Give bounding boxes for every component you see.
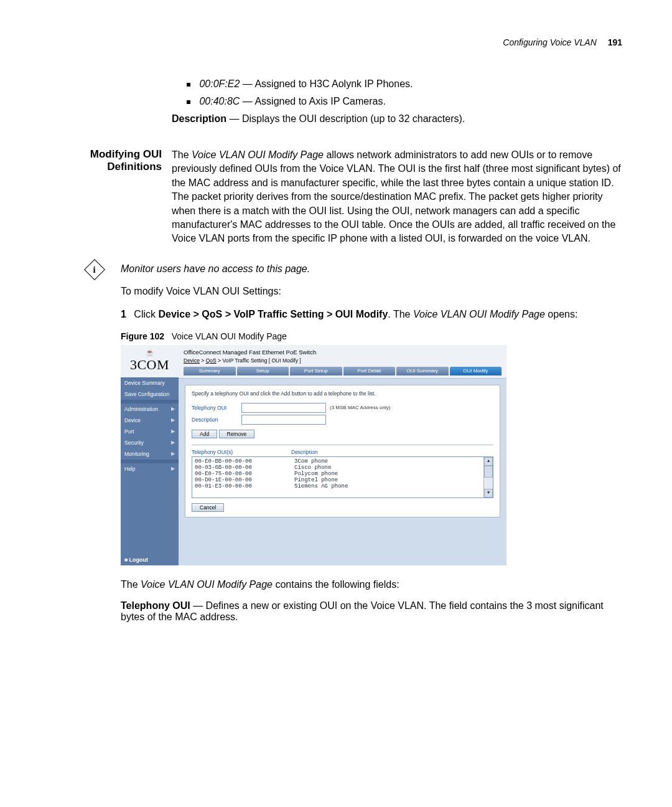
sidebar: ☕ 3COM Device Summary Save Configuration…	[121, 345, 179, 565]
para-pre: The	[121, 579, 141, 590]
page-ref: Voice VLAN OUI Modify Page	[413, 309, 545, 319]
listbox-col-oui: 00-E0-BB-00-00-00 00-03-6B-00-00-00 00-E…	[192, 457, 292, 498]
remove-button[interactable]: Remove	[219, 430, 255, 438]
field-desc: — Displays the OUI description (up to 32…	[229, 113, 465, 124]
crumb-link[interactable]: Device	[184, 357, 200, 364]
col-desc: Description	[291, 449, 318, 455]
sidebar-item-monitoring[interactable]: Monitoring▶	[121, 448, 179, 460]
oui-text: — Assigned to H3C Aolynk IP Phones.	[243, 78, 413, 89]
chevron-right-icon: ▶	[171, 451, 175, 456]
list-item[interactable]: Siemens AG phone	[294, 483, 490, 489]
info-note-row: i Monitor users have no access to this p…	[50, 262, 622, 630]
scroll-thumb[interactable]	[484, 466, 493, 478]
list-item[interactable]: 00-01-E3-00-00-00	[195, 483, 289, 489]
field-name: Description	[172, 113, 226, 124]
chevron-right-icon: ▶	[171, 417, 175, 423]
list-item: Description — Displays the OUI descripti…	[172, 113, 622, 125]
logout-button[interactable]: ⎆ Logout	[124, 557, 148, 563]
page-header: Configuring Voice VLAN 191	[50, 37, 622, 47]
list-item[interactable]: Polycom phone	[294, 471, 490, 477]
tab-port-setup[interactable]: Port Setup	[290, 367, 342, 375]
list-item[interactable]: 00-E0-BB-00-00-00	[195, 458, 289, 465]
list-item[interactable]: 00-03-6B-00-00-00	[195, 465, 289, 471]
logo-text: 3COM	[130, 357, 169, 373]
body-paragraph: The Voice VLAN OUI Modify Page contains …	[121, 578, 622, 592]
oui-text: — Assigned to Axis IP Cameras.	[243, 96, 386, 106]
instruction-text: Specify a telephony OUI and click the Ad…	[192, 390, 493, 397]
step-mid: . The	[388, 309, 413, 319]
cancel-button[interactable]: Cancel	[192, 503, 224, 512]
step-post: opens:	[545, 309, 577, 319]
crumb-link[interactable]: QoS	[206, 357, 217, 364]
list-item: Telephony OUI — Defines a new or existin…	[121, 600, 622, 623]
list-item[interactable]: 3Com phone	[294, 458, 490, 465]
scroll-track[interactable]	[484, 478, 493, 489]
figure-number: Figure 102	[121, 331, 164, 341]
list-item[interactable]: Cisco phone	[294, 465, 490, 471]
chevron-right-icon: ▶	[171, 428, 175, 434]
para-text-run: The	[172, 149, 192, 160]
sidebar-item-port[interactable]: Port▶	[121, 426, 179, 437]
main-panel: OfficeConnect Managed Fast Ethernet PoE …	[179, 345, 506, 565]
panel-body: Specify a telephony OUI and click the Ad…	[179, 378, 506, 565]
info-icon: i	[84, 259, 105, 280]
list-item: 00:0F:E2 — Assigned to H3C Aolynk IP Pho…	[187, 78, 622, 90]
body-paragraph: To modify Voice VLAN OUI Settings:	[121, 285, 622, 298]
scrollbar[interactable]: ▲ ▼	[483, 457, 493, 498]
list-item[interactable]: Pingtel phone	[294, 477, 490, 483]
sidebar-item-save[interactable]: Save Configuration	[121, 389, 179, 400]
field-desc: — Defines a new or existing OUI on the V…	[121, 600, 604, 622]
telephony-oui-input[interactable]	[241, 403, 326, 413]
oui-input-note: (3 MSB MAC Address only)	[330, 405, 390, 410]
spacer	[50, 78, 172, 131]
listbox-col-desc: 3Com phone Cisco phone Polycom phone Pin…	[292, 457, 493, 498]
sidebar-item-security[interactable]: Security▶	[121, 437, 179, 448]
tab-oui-modify[interactable]: OUI Modify	[450, 367, 502, 375]
oui-code: 00:0F:E2	[199, 78, 240, 89]
scroll-down-icon[interactable]: ▼	[484, 489, 493, 498]
menu-path: Device > QoS > VoIP Traffic Setting > OU…	[158, 309, 388, 319]
logo: ☕ 3COM	[121, 345, 179, 377]
telephony-oui-label: Telephony OUI	[192, 405, 241, 411]
figure-caption: Figure 102 Voice VLAN OUI Modify Page	[121, 331, 622, 341]
bullet-icon	[187, 100, 190, 104]
description-input[interactable]	[241, 415, 326, 425]
tab-row: Summary Setup Port Setup Port Detail OUI…	[179, 367, 506, 378]
sidebar-item-summary[interactable]: Device Summary	[121, 377, 179, 389]
oui-list: 00:0F:E2 — Assigned to H3C Aolynk IP Pho…	[187, 78, 622, 107]
scroll-up-icon[interactable]: ▲	[484, 457, 493, 466]
chevron-right-icon: ▶	[171, 440, 175, 445]
page-ref: Voice VLAN OUI Modify Page	[141, 579, 273, 590]
section-heading: Modifying OUI Definitions	[50, 148, 172, 255]
sidebar-item-device[interactable]: Device▶	[121, 415, 179, 426]
oui-listbox[interactable]: 00-E0-BB-00-00-00 00-03-6B-00-00-00 00-E…	[192, 456, 493, 498]
embedded-screenshot: ☕ 3COM Device Summary Save Configuration…	[121, 345, 506, 565]
add-button[interactable]: Add	[192, 430, 217, 438]
list-item[interactable]: 00-D0-1E-00-00-00	[195, 477, 289, 483]
chevron-right-icon: ▶	[171, 406, 175, 412]
product-title: OfficeConnect Managed Fast Ethernet PoE …	[179, 345, 506, 357]
info-note: Monitor users have no access to this pag…	[121, 262, 622, 276]
tab-port-detail[interactable]: Port Detail	[343, 367, 396, 375]
breadcrumb: Device > QoS > VoIP Traffic Setting [ OU…	[179, 357, 506, 367]
description-label: Description	[192, 417, 241, 423]
tab-oui-summary[interactable]: OUI Summary	[396, 367, 449, 375]
sidebar-item-help[interactable]: Help▶	[121, 463, 179, 474]
column-headers: Telephony OUI(s) Description	[192, 449, 493, 455]
list-item[interactable]: 00-E0-75-00-00-00	[195, 471, 289, 477]
field-name: Telephony OUI	[121, 600, 190, 611]
step-item: 1 Click Device > QoS > VoIP Traffic Sett…	[133, 308, 622, 321]
crumb-current: VoIP Traffic Setting [ OUI Modify ]	[222, 357, 301, 364]
tab-summary[interactable]: Summary	[184, 367, 236, 375]
col-oui: Telephony OUI(s)	[192, 449, 291, 455]
figure-title: Voice VLAN OUI Modify Page	[172, 331, 287, 341]
page-number: 191	[608, 37, 622, 47]
sidebar-item-administration[interactable]: Administration▶	[121, 404, 179, 415]
header-title: Configuring Voice VLAN	[503, 37, 596, 47]
step-pre: Click	[134, 309, 158, 319]
para-post: contains the following fields:	[273, 579, 399, 590]
list-item: 00:40:8C — Assigned to Axis IP Cameras.	[187, 96, 622, 107]
divider	[192, 445, 493, 445]
body-paragraph: The Voice VLAN OUI Modify Page allows ne…	[172, 148, 622, 246]
tab-setup[interactable]: Setup	[237, 367, 289, 375]
